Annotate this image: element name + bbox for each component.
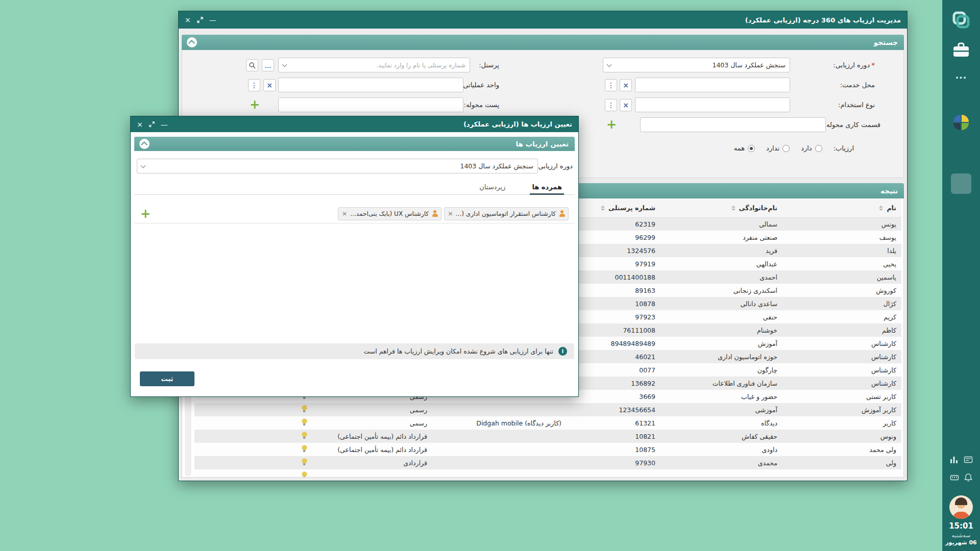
clock[interactable]: 15:01: [949, 521, 973, 531]
table-row[interactable]: ونوسحقیقی کفاش10821قرارداد دائم (بیمه تأ…: [194, 430, 901, 443]
modal-evaluation-period-value: سنجش عملکرد سال 1403: [460, 162, 533, 170]
cell-account: [432, 430, 567, 443]
org-chart-icon[interactable]: [949, 455, 959, 464]
minimize-icon[interactable]: —: [161, 121, 168, 128]
add-icon[interactable]: +: [249, 98, 260, 111]
cell-personnel-no: 0077: [567, 363, 660, 377]
cell-bulb: [239, 403, 312, 416]
assigned-post-input[interactable]: [278, 97, 463, 112]
lightbulb-icon[interactable]: [302, 472, 307, 478]
table-row[interactable]: کاربر آموزشآموزشی123456654رسمی: [194, 403, 901, 416]
clear-icon[interactable]: ×: [263, 79, 276, 91]
add-icon[interactable]: +: [606, 118, 617, 131]
taskbar: ··· 15:01 سه‌شنبه 06 شه: [942, 0, 980, 551]
personnel-more-button[interactable]: ...: [262, 59, 274, 71]
table-row[interactable]: [194, 469, 901, 478]
kebab-menu-icon[interactable]: ⋮: [605, 99, 617, 111]
assigned-section-input[interactable]: [640, 117, 826, 132]
clear-icon[interactable]: ×: [620, 99, 632, 111]
evaluation-period-value: سنجش عملکرد سال 1403: [712, 61, 786, 69]
evaluator-chip[interactable]: کارشناس استقرار اتوماسیون اداری (...×: [444, 207, 569, 220]
table-row[interactable]: ولی محمدداودی10875قرارداد دائم (بیمه تأم…: [194, 443, 901, 456]
cell-personnel-no: 61321: [567, 416, 660, 430]
kebab-menu-icon[interactable]: ⋮: [605, 79, 617, 91]
cell-account: [432, 403, 567, 416]
cell-last-name: عبدالهی: [660, 257, 782, 270]
evaluator-radio-option[interactable]: ندارد: [766, 144, 790, 152]
lightbulb-icon[interactable]: [302, 419, 307, 426]
cell-bulb: [239, 456, 312, 469]
cell-personnel-no: 97923: [567, 310, 660, 323]
keyboard-icon[interactable]: [950, 473, 959, 482]
cell-account: Didgah mobile (کاربر دیدگاه): [432, 416, 567, 430]
modal-titlebar[interactable]: × — تعیین ارزیاب ها (ارزیابی عملکرد): [131, 116, 578, 132]
chargoon-logo-icon[interactable]: [951, 10, 971, 32]
briefcase-icon[interactable]: [952, 42, 970, 60]
employment-type-input[interactable]: [635, 97, 790, 112]
person-icon: [559, 210, 565, 217]
date: 06 شهریور: [945, 539, 976, 546]
evaluator-chips[interactable]: کارشناس استقرار اتوماسیون اداری (...×کار…: [134, 204, 575, 223]
cell-first-name: کاظم: [782, 323, 901, 337]
chip-remove-icon[interactable]: ×: [448, 210, 453, 217]
maximize-icon[interactable]: [149, 121, 155, 127]
modal-evaluation-period-select[interactable]: سنجش عملکرد سال 1403: [137, 159, 538, 173]
clear-icon[interactable]: ×: [620, 79, 632, 91]
cell-filler: [194, 456, 239, 469]
didgah-logo-icon[interactable]: [951, 112, 971, 134]
evaluator-chip[interactable]: کارشناس UX (بابک بنی‌احمد...×: [338, 207, 442, 220]
collapse-icon[interactable]: [139, 139, 150, 149]
cell-last-name: سازمان فناوری اطلاعات: [660, 377, 782, 390]
chip-remove-icon[interactable]: ×: [341, 210, 347, 217]
more-apps-icon[interactable]: ···: [955, 73, 967, 83]
kebab-menu-icon[interactable]: ⋮: [248, 79, 260, 91]
cell-personnel-no: 10875: [567, 443, 660, 456]
bell-icon[interactable]: [964, 473, 972, 482]
cell-bulb: [239, 430, 312, 443]
table-row[interactable]: ولیمحمدی97930قراردادی: [194, 456, 901, 469]
cell-first-name: ولی محمد: [782, 443, 901, 456]
cell-first-name: کاربر آموزش: [782, 403, 901, 416]
cell-last-name: آموزش: [660, 337, 782, 350]
modal-section-header: تعیین ارزیاب ها: [134, 137, 575, 151]
chevron-down-icon: [607, 62, 612, 67]
sort-icon[interactable]: [731, 206, 736, 211]
tab-peers[interactable]: همرده ها: [530, 183, 564, 194]
evaluation-period-select[interactable]: سنجش عملکرد سال 1403: [603, 58, 790, 72]
table-row[interactable]: کاربردیدگاه61321Didgah mobile (کاربر دید…: [194, 416, 901, 430]
tab-subordinates[interactable]: زیردستان: [477, 183, 507, 194]
modal-section-title: تعیین ارزیاب ها: [516, 140, 569, 148]
search-section-title: جستجو: [874, 38, 898, 46]
submit-button[interactable]: ثبت: [140, 371, 194, 386]
minimize-icon[interactable]: —: [209, 16, 216, 23]
taskbar-icon-row: [949, 455, 973, 464]
cell-first-name: کاربر تستی: [782, 390, 901, 403]
lightbulb-icon[interactable]: [302, 459, 307, 466]
column-header-last-name[interactable]: نام‌خانوادگی: [660, 198, 782, 217]
column-header-first-name[interactable]: نام: [782, 198, 901, 217]
main-window-titlebar[interactable]: × — مدیریت ارزیاب های 360 درجه (ارزیابی …: [179, 11, 907, 29]
lightbulb-icon[interactable]: [302, 432, 307, 439]
operational-unit-input[interactable]: [278, 78, 463, 92]
evaluator-radio-option[interactable]: دارد: [801, 144, 822, 152]
collapse-icon[interactable]: [187, 37, 197, 47]
sort-icon[interactable]: [879, 206, 883, 211]
id-card-icon[interactable]: [964, 455, 973, 464]
add-evaluator-icon[interactable]: +: [140, 208, 151, 220]
window-thumbnail[interactable]: [951, 173, 971, 194]
sort-icon[interactable]: [601, 206, 605, 211]
personnel-input[interactable]: شماره پرسنلی یا نام را وارد نمایید.: [278, 58, 470, 72]
close-icon[interactable]: ×: [137, 121, 143, 128]
lightbulb-icon[interactable]: [302, 445, 307, 453]
evaluator-radio-option[interactable]: همه: [734, 144, 755, 152]
maximize-icon[interactable]: [197, 17, 203, 23]
cell-personnel-no: 97930: [567, 456, 660, 469]
search-button[interactable]: [246, 59, 258, 71]
column-header-personnel-no[interactable]: شماره پرسنلی: [567, 198, 660, 217]
user-avatar[interactable]: [949, 495, 973, 519]
lightbulb-icon[interactable]: [302, 406, 307, 413]
close-icon[interactable]: ×: [185, 16, 191, 23]
service-location-input[interactable]: [635, 78, 790, 92]
cell-personnel-no: 1324576: [567, 244, 660, 257]
results-section-title: نتیجه: [880, 187, 898, 195]
